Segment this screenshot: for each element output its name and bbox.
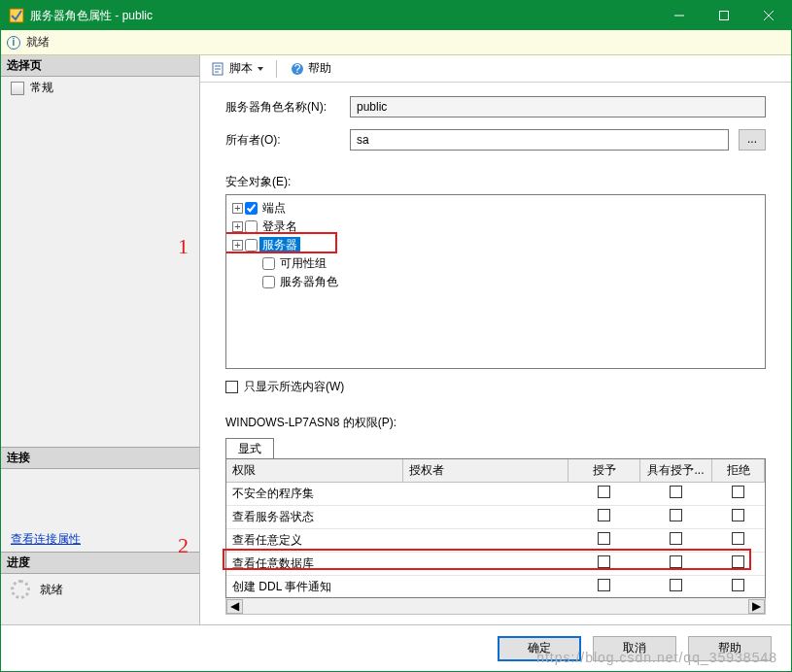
minimize-button[interactable] bbox=[657, 1, 702, 30]
tree-label: 可用性组 bbox=[277, 255, 329, 272]
only-show-selected-label: 只显示所选内容(W) bbox=[244, 379, 344, 395]
col-with-grant[interactable]: 具有授予... bbox=[640, 459, 712, 482]
role-name-input[interactable] bbox=[350, 96, 766, 118]
tree-checkbox-serverrole[interactable] bbox=[262, 276, 275, 288]
main-panel: 脚本 ? 帮助 服务器角色名称(N): 所有者(O): ... bbox=[200, 55, 791, 624]
svg-rect-2 bbox=[720, 12, 729, 20]
tree-checkbox-login[interactable] bbox=[245, 220, 258, 233]
deny-checkbox[interactable] bbox=[732, 509, 744, 521]
deny-checkbox[interactable] bbox=[732, 486, 744, 498]
cell-grantor bbox=[403, 553, 568, 575]
cancel-button[interactable]: 取消 bbox=[593, 636, 676, 661]
close-button[interactable] bbox=[746, 1, 791, 30]
grant-checkbox[interactable] bbox=[598, 555, 610, 568]
tree-checkbox-endpoint[interactable] bbox=[245, 202, 258, 215]
securables-tree[interactable]: + 端点 + 登录名 + 服务器 + 可用性组 bbox=[225, 194, 766, 369]
grant-checkbox[interactable] bbox=[598, 509, 610, 521]
owner-browse-button[interactable]: ... bbox=[739, 129, 766, 151]
withgrant-checkbox[interactable] bbox=[670, 579, 682, 591]
table-row[interactable]: 不安全的程序集 bbox=[226, 483, 765, 506]
horizontal-scrollbar[interactable]: ◀ ▶ bbox=[225, 598, 766, 615]
expand-icon[interactable]: + bbox=[232, 203, 243, 214]
progress-row: 就绪 bbox=[1, 574, 199, 605]
connection-header: 连接 bbox=[1, 447, 199, 469]
withgrant-checkbox[interactable] bbox=[670, 555, 682, 568]
deny-checkbox[interactable] bbox=[732, 555, 744, 568]
dialog-button-bar: 确定 取消 帮助 bbox=[1, 624, 791, 671]
scroll-left-button[interactable]: ◀ bbox=[226, 599, 243, 614]
securables-label: 安全对象(E): bbox=[200, 174, 791, 190]
svg-text:?: ? bbox=[294, 62, 301, 76]
cell-perm: 查看服务器状态 bbox=[226, 506, 403, 528]
permissions-header: WINDOWS-LP7ASN8 的权限(P): bbox=[200, 397, 791, 437]
deny-checkbox[interactable] bbox=[732, 579, 744, 591]
chevron-down-icon bbox=[258, 67, 263, 71]
grant-checkbox[interactable] bbox=[598, 579, 610, 591]
form-area: 服务器角色名称(N): 所有者(O): ... bbox=[200, 83, 791, 168]
deny-checkbox[interactable] bbox=[732, 532, 744, 545]
tree-item-login[interactable]: + 登录名 bbox=[228, 218, 763, 236]
cell-grantor bbox=[403, 529, 568, 552]
tree-item-server[interactable]: + 服务器 bbox=[228, 236, 763, 254]
tab-explicit[interactable]: 显式 bbox=[225, 438, 274, 459]
window-controls bbox=[657, 1, 791, 30]
view-connection-properties-link[interactable]: 查看连接属性 bbox=[1, 527, 199, 552]
col-deny[interactable]: 拒绝 bbox=[712, 459, 765, 482]
help-toolbar-button[interactable]: ? 帮助 bbox=[285, 57, 336, 80]
cell-perm: 查看任意定义 bbox=[226, 529, 403, 552]
progress-spinner-icon bbox=[11, 580, 30, 599]
table-row[interactable]: 查看任意数据库 bbox=[226, 553, 765, 576]
col-permission[interactable]: 权限 bbox=[226, 459, 403, 482]
tree-checkbox-availability[interactable] bbox=[262, 257, 275, 270]
owner-label: 所有者(O): bbox=[225, 132, 340, 149]
withgrant-checkbox[interactable] bbox=[670, 486, 682, 498]
script-button[interactable]: 脚本 bbox=[206, 57, 268, 80]
table-row[interactable]: 查看任意定义 bbox=[226, 529, 765, 553]
help-button[interactable]: 帮助 bbox=[688, 636, 772, 661]
tree-item-endpoint[interactable]: + 端点 bbox=[228, 199, 763, 218]
tree-label: 服务器 bbox=[259, 237, 300, 253]
progress-status: 就绪 bbox=[40, 582, 63, 598]
script-icon bbox=[211, 61, 226, 77]
expand-icon[interactable]: + bbox=[232, 221, 243, 232]
script-label: 脚本 bbox=[229, 60, 253, 77]
window-title: 服务器角色属性 - public bbox=[30, 8, 657, 24]
page-general[interactable]: 常规 bbox=[1, 77, 199, 99]
toolbar: 脚本 ? 帮助 bbox=[200, 55, 791, 83]
tree-item-serverrole[interactable]: + 服务器角色 bbox=[228, 273, 763, 291]
expand-icon[interactable]: + bbox=[232, 240, 243, 251]
app-icon bbox=[9, 8, 24, 23]
role-name-label: 服务器角色名称(N): bbox=[225, 99, 340, 116]
owner-input[interactable] bbox=[350, 129, 729, 151]
cell-perm: 查看任意数据库 bbox=[226, 553, 403, 575]
withgrant-checkbox[interactable] bbox=[670, 532, 682, 545]
grid-header: 权限 授权者 授予 具有授予... 拒绝 bbox=[226, 459, 765, 483]
info-text: 就绪 bbox=[26, 34, 50, 50]
maximize-button[interactable] bbox=[702, 1, 746, 30]
grid-body[interactable]: 不安全的程序集 查看服务器状态 bbox=[226, 483, 765, 597]
permissions-grid[interactable]: 权限 授权者 授予 具有授予... 拒绝 不安全的程序集 bbox=[225, 458, 766, 598]
grant-checkbox[interactable] bbox=[598, 532, 610, 545]
col-grantor[interactable]: 授权者 bbox=[403, 459, 568, 482]
page-general-label: 常规 bbox=[30, 80, 53, 96]
help-label: 帮助 bbox=[308, 60, 331, 77]
info-bar: i 就绪 bbox=[1, 30, 791, 55]
scroll-right-button[interactable]: ▶ bbox=[748, 599, 765, 614]
cell-perm: 创建 DDL 事件通知 bbox=[226, 576, 403, 597]
tree-checkbox-server[interactable] bbox=[245, 239, 258, 252]
grant-checkbox[interactable] bbox=[598, 486, 610, 498]
withgrant-checkbox[interactable] bbox=[670, 509, 682, 521]
progress-header: 进度 bbox=[1, 552, 199, 574]
permissions-tabs: 显式 bbox=[225, 437, 766, 458]
col-grant[interactable]: 授予 bbox=[568, 459, 640, 482]
sidebar: 选择页 常规 连接 查看连接属性 进度 就绪 bbox=[1, 55, 200, 624]
table-row[interactable]: 查看服务器状态 bbox=[226, 506, 765, 529]
cell-grantor bbox=[403, 483, 568, 505]
table-row[interactable]: 创建 DDL 事件通知 bbox=[226, 576, 765, 597]
titlebar: 服务器角色属性 - public bbox=[1, 1, 791, 30]
only-show-selected-checkbox[interactable] bbox=[225, 381, 238, 393]
cell-perm: 不安全的程序集 bbox=[226, 483, 403, 505]
ok-button[interactable]: 确定 bbox=[498, 636, 581, 661]
tree-label: 服务器角色 bbox=[277, 274, 341, 290]
tree-item-availability[interactable]: + 可用性组 bbox=[228, 254, 763, 273]
